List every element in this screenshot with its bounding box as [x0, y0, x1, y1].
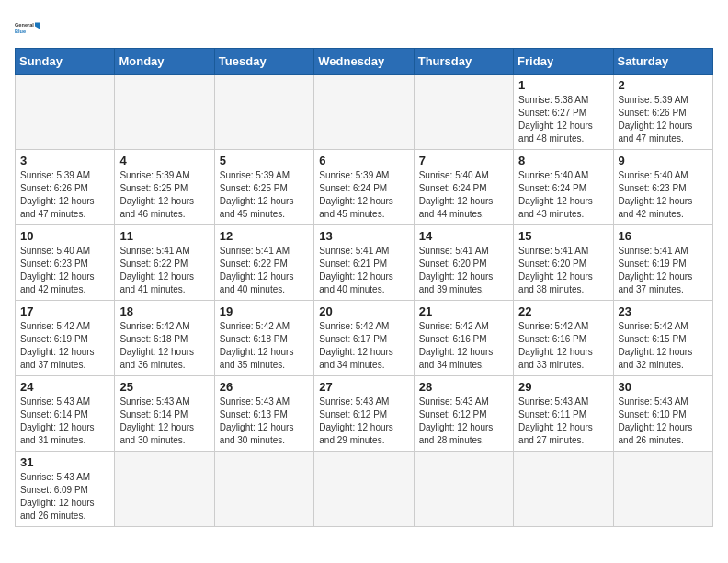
day-number: 8 — [518, 154, 608, 167]
day-number: 29 — [518, 380, 608, 394]
calendar-day-cell — [414, 75, 513, 150]
day-info: Sunrise: 5:43 AM Sunset: 6:14 PM Dayligh… — [119, 396, 209, 447]
calendar-day-cell: 2Sunrise: 5:39 AM Sunset: 6:26 PM Daylig… — [613, 75, 712, 150]
day-info: Sunrise: 5:40 AM Sunset: 6:23 PM Dayligh… — [20, 245, 109, 296]
calendar-day-cell: 29Sunrise: 5:43 AM Sunset: 6:11 PM Dayli… — [514, 376, 613, 452]
day-number: 17 — [20, 304, 109, 318]
calendar-day-cell: 15Sunrise: 5:41 AM Sunset: 6:20 PM Dayli… — [514, 225, 613, 301]
day-number: 31 — [20, 455, 109, 469]
calendar-day-cell — [16, 75, 115, 150]
day-info: Sunrise: 5:41 AM Sunset: 6:22 PM Dayligh… — [220, 245, 309, 296]
calendar-week-row: 3Sunrise: 5:39 AM Sunset: 6:26 PM Daylig… — [16, 150, 713, 225]
day-info: Sunrise: 5:42 AM Sunset: 6:16 PM Dayligh… — [419, 320, 508, 372]
day-number: 24 — [20, 380, 109, 394]
day-info: Sunrise: 5:41 AM Sunset: 6:20 PM Dayligh… — [419, 245, 508, 296]
day-number: 28 — [419, 380, 508, 394]
day-info: Sunrise: 5:43 AM Sunset: 6:14 PM Dayligh… — [20, 396, 109, 447]
calendar-day-cell: 13Sunrise: 5:41 AM Sunset: 6:21 PM Dayli… — [314, 225, 414, 301]
day-info: Sunrise: 5:40 AM Sunset: 6:23 PM Dayligh… — [619, 169, 708, 221]
day-info: Sunrise: 5:43 AM Sunset: 6:09 PM Dayligh… — [20, 471, 109, 523]
calendar-day-cell: 14Sunrise: 5:41 AM Sunset: 6:20 PM Dayli… — [414, 225, 513, 301]
day-number: 27 — [319, 380, 408, 394]
day-number: 13 — [319, 229, 408, 243]
day-info: Sunrise: 5:39 AM Sunset: 6:25 PM Dayligh… — [119, 169, 209, 221]
calendar-day-cell — [514, 452, 613, 527]
day-info: Sunrise: 5:39 AM Sunset: 6:26 PM Dayligh… — [20, 169, 109, 221]
calendar-day-cell — [115, 75, 214, 150]
day-info: Sunrise: 5:41 AM Sunset: 6:20 PM Dayligh… — [518, 245, 608, 296]
day-info: Sunrise: 5:39 AM Sunset: 6:24 PM Dayligh… — [319, 169, 408, 221]
day-info: Sunrise: 5:38 AM Sunset: 6:27 PM Dayligh… — [518, 94, 608, 145]
calendar-day-cell: 3Sunrise: 5:39 AM Sunset: 6:26 PM Daylig… — [16, 150, 115, 225]
day-number: 18 — [119, 304, 209, 318]
day-info: Sunrise: 5:39 AM Sunset: 6:25 PM Dayligh… — [220, 169, 309, 221]
day-info: Sunrise: 5:43 AM Sunset: 6:11 PM Dayligh… — [518, 396, 608, 447]
calendar-day-cell: 7Sunrise: 5:40 AM Sunset: 6:24 PM Daylig… — [414, 150, 513, 225]
day-number: 30 — [619, 380, 708, 394]
weekday-header-monday: Monday — [115, 49, 214, 75]
calendar-day-cell: 28Sunrise: 5:43 AM Sunset: 6:12 PM Dayli… — [414, 376, 513, 452]
page-header: GeneralBlue — [15, 15, 713, 40]
weekday-header-sunday: Sunday — [16, 49, 115, 75]
day-number: 23 — [619, 304, 708, 318]
day-info: Sunrise: 5:42 AM Sunset: 6:18 PM Dayligh… — [119, 320, 209, 372]
calendar-day-cell: 4Sunrise: 5:39 AM Sunset: 6:25 PM Daylig… — [115, 150, 214, 225]
day-number: 4 — [119, 154, 209, 167]
calendar-week-row: 10Sunrise: 5:40 AM Sunset: 6:23 PM Dayli… — [16, 225, 713, 301]
day-number: 12 — [220, 229, 309, 243]
calendar-day-cell — [115, 452, 214, 527]
day-info: Sunrise: 5:41 AM Sunset: 6:21 PM Dayligh… — [319, 245, 408, 296]
logo: GeneralBlue — [15, 15, 40, 40]
svg-text:Blue: Blue — [15, 29, 26, 34]
generalblue-logo-icon: GeneralBlue — [15, 15, 40, 40]
day-info: Sunrise: 5:42 AM Sunset: 6:18 PM Dayligh… — [220, 320, 309, 372]
day-info: Sunrise: 5:43 AM Sunset: 6:12 PM Dayligh… — [319, 396, 408, 447]
day-info: Sunrise: 5:42 AM Sunset: 6:19 PM Dayligh… — [20, 320, 109, 372]
day-info: Sunrise: 5:43 AM Sunset: 6:12 PM Dayligh… — [419, 396, 508, 447]
calendar-day-cell: 22Sunrise: 5:42 AM Sunset: 6:16 PM Dayli… — [514, 301, 613, 376]
day-info: Sunrise: 5:40 AM Sunset: 6:24 PM Dayligh… — [419, 169, 508, 221]
calendar-day-cell: 20Sunrise: 5:42 AM Sunset: 6:17 PM Dayli… — [314, 301, 414, 376]
day-info: Sunrise: 5:41 AM Sunset: 6:19 PM Dayligh… — [619, 245, 708, 296]
calendar-day-cell: 5Sunrise: 5:39 AM Sunset: 6:25 PM Daylig… — [214, 150, 313, 225]
day-number: 5 — [220, 154, 309, 167]
calendar-day-cell: 23Sunrise: 5:42 AM Sunset: 6:15 PM Dayli… — [613, 301, 712, 376]
day-number: 26 — [220, 380, 309, 394]
calendar-day-cell — [414, 452, 513, 527]
calendar-week-row: 24Sunrise: 5:43 AM Sunset: 6:14 PM Dayli… — [16, 376, 713, 452]
calendar-day-cell: 27Sunrise: 5:43 AM Sunset: 6:12 PM Dayli… — [314, 376, 414, 452]
day-number: 6 — [319, 154, 408, 167]
calendar-table: SundayMondayTuesdayWednesdayThursdayFrid… — [15, 48, 713, 527]
calendar-day-cell: 6Sunrise: 5:39 AM Sunset: 6:24 PM Daylig… — [314, 150, 414, 225]
svg-marker-2 — [35, 22, 40, 29]
calendar-week-row: 1Sunrise: 5:38 AM Sunset: 6:27 PM Daylig… — [16, 75, 713, 150]
calendar-week-row: 17Sunrise: 5:42 AM Sunset: 6:19 PM Dayli… — [16, 301, 713, 376]
day-number: 11 — [119, 229, 209, 243]
calendar-day-cell: 16Sunrise: 5:41 AM Sunset: 6:19 PM Dayli… — [613, 225, 712, 301]
weekday-header-saturday: Saturday — [613, 49, 712, 75]
day-number: 1 — [518, 78, 608, 92]
svg-text:General: General — [15, 22, 34, 28]
day-info: Sunrise: 5:42 AM Sunset: 6:16 PM Dayligh… — [518, 320, 608, 372]
calendar-day-cell: 9Sunrise: 5:40 AM Sunset: 6:23 PM Daylig… — [613, 150, 712, 225]
calendar-day-cell — [214, 75, 313, 150]
day-info: Sunrise: 5:43 AM Sunset: 6:13 PM Dayligh… — [220, 396, 309, 447]
calendar-day-cell: 8Sunrise: 5:40 AM Sunset: 6:24 PM Daylig… — [514, 150, 613, 225]
calendar-day-cell: 21Sunrise: 5:42 AM Sunset: 6:16 PM Dayli… — [414, 301, 513, 376]
day-info: Sunrise: 5:43 AM Sunset: 6:10 PM Dayligh… — [619, 396, 708, 447]
day-number: 15 — [518, 229, 608, 243]
calendar-day-cell: 30Sunrise: 5:43 AM Sunset: 6:10 PM Dayli… — [613, 376, 712, 452]
weekday-header-row: SundayMondayTuesdayWednesdayThursdayFrid… — [16, 49, 713, 75]
day-number: 21 — [419, 304, 508, 318]
day-info: Sunrise: 5:42 AM Sunset: 6:15 PM Dayligh… — [619, 320, 708, 372]
calendar-day-cell: 24Sunrise: 5:43 AM Sunset: 6:14 PM Dayli… — [16, 376, 115, 452]
calendar-day-cell: 12Sunrise: 5:41 AM Sunset: 6:22 PM Dayli… — [214, 225, 313, 301]
day-info: Sunrise: 5:41 AM Sunset: 6:22 PM Dayligh… — [119, 245, 209, 296]
weekday-header-wednesday: Wednesday — [314, 49, 414, 75]
day-number: 25 — [119, 380, 209, 394]
calendar-day-cell: 19Sunrise: 5:42 AM Sunset: 6:18 PM Dayli… — [214, 301, 313, 376]
calendar-day-cell: 10Sunrise: 5:40 AM Sunset: 6:23 PM Dayli… — [16, 225, 115, 301]
weekday-header-friday: Friday — [514, 49, 613, 75]
calendar-week-row: 31Sunrise: 5:43 AM Sunset: 6:09 PM Dayli… — [16, 452, 713, 527]
day-number: 2 — [619, 78, 708, 92]
